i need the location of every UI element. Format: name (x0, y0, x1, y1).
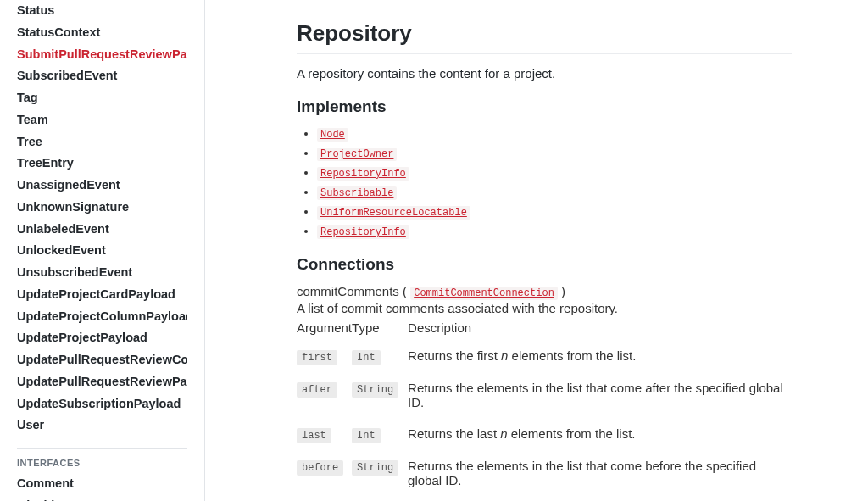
implements-heading: Implements (297, 97, 792, 116)
sidebar-item-statuscontext[interactable]: StatusContext (17, 22, 187, 44)
sidebar-item-updatesubscriptionpayload[interactable]: UpdateSubscriptionPayload (17, 393, 187, 415)
sidebar-item-updatepullrequestreviewpayload[interactable]: UpdatePullRequestReviewPayload (17, 371, 187, 393)
implements-item: ProjectOwner (317, 146, 792, 160)
page-lead: A repository contains the content for a … (297, 66, 792, 81)
sidebar-item-user[interactable]: User (17, 415, 187, 437)
implements-item: RepositoryInfo (317, 165, 792, 180)
th-description: Description (408, 320, 792, 340)
arg-description: Returns the last n elements from the lis… (408, 418, 792, 450)
table-row: lastIntReturns the last n elements from … (297, 418, 792, 450)
sidebar-item-treeentry[interactable]: TreeEntry (17, 153, 187, 175)
sidebar-item-submitpullrequestreviewpayload[interactable]: SubmitPullRequestReviewPayload (17, 44, 187, 66)
th-argument: Argument (297, 320, 352, 340)
main-content: Repository A repository contains the con… (205, 0, 868, 501)
sidebar-item-tree[interactable]: Tree (17, 131, 187, 153)
connection-type-link[interactable]: CommitCommentConnection (410, 287, 558, 300)
sidebar: StatusStatusContextSubmitPullRequestRevi… (0, 0, 205, 501)
implements-item: RepositoryInfo (317, 224, 792, 238)
sidebar-item-unlockedevent[interactable]: UnlockedEvent (17, 240, 187, 262)
sidebar-item-comment[interactable]: Comment (17, 473, 187, 495)
type-link-repositoryinfo[interactable]: RepositoryInfo (317, 167, 409, 181)
implements-item: Node (317, 126, 792, 141)
type-link-subscribable[interactable]: Subscribable (317, 186, 397, 200)
sidebar-item-updatepullrequestreviewcommentpayload[interactable]: UpdatePullRequestReviewCommentPayload (17, 349, 187, 371)
arg-type: Int (352, 428, 381, 443)
sidebar-interfaces-heading: INTERFACES (17, 458, 187, 468)
connection-name: commitComments (297, 284, 399, 298)
arg-name: first (297, 350, 337, 365)
sidebar-item-team[interactable]: Team (17, 109, 187, 131)
arg-type: Int (352, 350, 381, 365)
implements-item: Subscribable (317, 185, 792, 199)
type-link-repositoryinfo[interactable]: RepositoryInfo (317, 225, 409, 239)
arguments-table: Argument Type Description firstIntReturn… (297, 320, 792, 496)
arg-name: before (297, 460, 343, 476)
sidebar-item-unsubscribedevent[interactable]: UnsubscribedEvent (17, 262, 187, 284)
page-title: Repository (297, 20, 792, 54)
sidebar-item-updateprojectcolumnpayload[interactable]: UpdateProjectColumnPayload (17, 306, 187, 328)
arg-name: last (297, 428, 331, 443)
arg-description: Returns the elements in the list that co… (408, 372, 792, 418)
type-link-projectowner[interactable]: ProjectOwner (317, 148, 397, 161)
connections-heading: Connections (297, 255, 792, 274)
sidebar-item-unlabeledevent[interactable]: UnlabeledEvent (17, 219, 187, 241)
connection-commitcomments: commitComments ( CommitCommentConnection… (297, 284, 792, 299)
arg-type: String (352, 460, 398, 476)
type-link-uniformresourcelocatable[interactable]: UniformResourceLocatable (317, 206, 470, 220)
sidebar-item-unknownsignature[interactable]: UnknownSignature (17, 197, 187, 219)
implements-item: UniformResourceLocatable (317, 204, 792, 219)
sidebar-item-gitobject[interactable]: GitObject (17, 495, 187, 501)
arg-description: Returns the first n elements from the li… (408, 340, 792, 372)
table-row: afterStringReturns the elements in the l… (297, 372, 792, 418)
table-row: beforeStringReturns the elements in the … (297, 450, 792, 496)
arg-type: String (352, 382, 398, 398)
connection-desc: A list of commit comments associated wit… (297, 301, 792, 315)
arg-description: Returns the elements in the list that co… (408, 450, 792, 496)
implements-list: NodeProjectOwnerRepositoryInfoSubscribab… (297, 126, 792, 238)
sidebar-item-status[interactable]: Status (17, 0, 187, 22)
arg-name: after (297, 382, 337, 398)
sidebar-item-tag[interactable]: Tag (17, 87, 187, 109)
table-row: firstIntReturns the first n elements fro… (297, 340, 792, 372)
sidebar-item-subscribedevent[interactable]: SubscribedEvent (17, 65, 187, 87)
sidebar-item-updateprojectpayload[interactable]: UpdateProjectPayload (17, 327, 187, 349)
sidebar-item-unassignedevent[interactable]: UnassignedEvent (17, 175, 187, 197)
type-link-node[interactable]: Node (317, 128, 348, 142)
sidebar-divider (17, 448, 187, 449)
sidebar-item-updateprojectcardpayload[interactable]: UpdateProjectCardPayload (17, 284, 187, 306)
th-type: Type (352, 320, 408, 340)
